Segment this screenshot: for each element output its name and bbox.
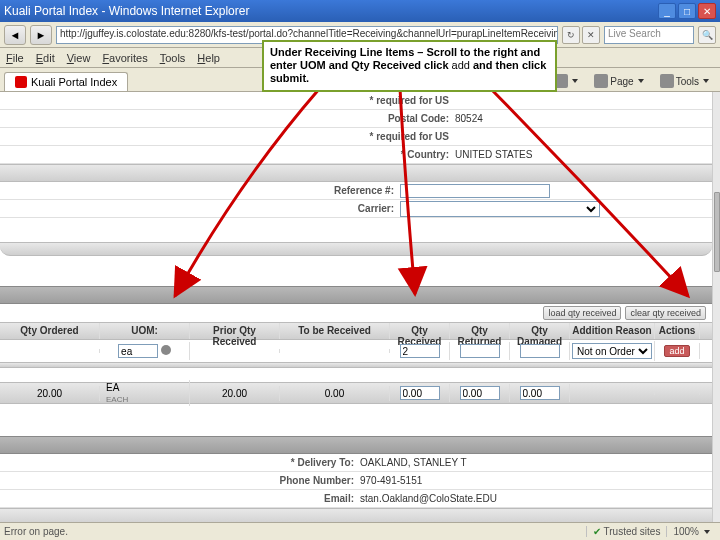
cell-qty-ordered: 20.00 bbox=[0, 386, 100, 401]
vertical-scrollbar[interactable] bbox=[712, 92, 720, 522]
zoom-label: 100% bbox=[673, 526, 699, 537]
tools-menu[interactable]: Tools bbox=[655, 71, 714, 91]
col-qty-received: Qty Received bbox=[390, 323, 450, 339]
add-button[interactable]: add bbox=[664, 345, 689, 357]
qty-returned-input-2[interactable] bbox=[460, 386, 500, 400]
favicon-icon bbox=[15, 76, 27, 88]
close-button[interactable]: ✕ bbox=[698, 3, 716, 19]
page-label: Page bbox=[610, 76, 633, 87]
chevron-down-icon bbox=[704, 530, 710, 534]
value-country: UNITED STATES bbox=[455, 149, 532, 160]
chevron-down-icon bbox=[638, 79, 644, 83]
label-delivery-to: * Delivery To: bbox=[0, 457, 360, 468]
form-content: * required for US Postal Code:80524 * re… bbox=[0, 92, 712, 522]
refresh-button[interactable]: ↻ bbox=[562, 26, 580, 44]
col-uom: UOM: bbox=[100, 323, 190, 339]
chevron-down-icon bbox=[703, 79, 709, 83]
col-qty-damaged: Qty Damaged bbox=[510, 323, 570, 339]
qty-damaged-input[interactable] bbox=[520, 344, 560, 358]
value-postal-code: 80524 bbox=[455, 113, 483, 124]
page-menu[interactable]: Page bbox=[589, 71, 648, 91]
menu-tools[interactable]: Tools bbox=[160, 52, 186, 64]
status-text: Error on page. bbox=[4, 526, 68, 537]
uom-input[interactable] bbox=[118, 344, 158, 358]
status-trusted-sites[interactable]: ✔Trusted sites bbox=[586, 526, 667, 537]
qty-received-input[interactable] bbox=[400, 344, 440, 358]
tools-icon bbox=[660, 74, 674, 88]
col-qty-ordered: Qty Ordered bbox=[0, 323, 100, 339]
qty-returned-input[interactable] bbox=[460, 344, 500, 358]
value-phone: 970-491-5151 bbox=[360, 475, 422, 486]
label-required-us-1: * required for US bbox=[0, 95, 455, 106]
minimize-button[interactable]: _ bbox=[658, 3, 676, 19]
reference-input[interactable] bbox=[400, 184, 550, 198]
search-go-button[interactable]: 🔍 bbox=[698, 26, 716, 44]
menu-edit[interactable]: Edit bbox=[36, 52, 55, 64]
col-prior-qty: Prior Qty Received bbox=[190, 323, 280, 339]
status-zoom[interactable]: 100% bbox=[666, 526, 716, 537]
qty-damaged-input-2[interactable] bbox=[520, 386, 560, 400]
page-icon bbox=[594, 74, 608, 88]
col-addition-reason: Addition Reason bbox=[570, 323, 655, 339]
menu-help[interactable]: Help bbox=[197, 52, 220, 64]
scroll-thumb[interactable] bbox=[714, 192, 720, 272]
col-to-be-received: To be Received bbox=[280, 323, 390, 339]
window-title: Kuali Portal Index - Windows Internet Ex… bbox=[4, 4, 658, 18]
label-country: * Country: bbox=[0, 149, 455, 160]
callout-text-b: add bbox=[452, 59, 470, 71]
value-email: stan.Oakland@ColoState.EDU bbox=[360, 493, 497, 504]
chevron-down-icon bbox=[572, 79, 578, 83]
back-button[interactable]: ◄ bbox=[4, 25, 26, 45]
label-email: Email: bbox=[0, 493, 360, 504]
value-delivery-to: OAKLAND, STANLEY T bbox=[360, 457, 467, 468]
tab-kuali-portal[interactable]: Kuali Portal Index bbox=[4, 72, 128, 91]
qty-received-input-2[interactable] bbox=[400, 386, 440, 400]
cell-to-be-received: 0.00 bbox=[280, 386, 390, 401]
menu-view[interactable]: View bbox=[67, 52, 91, 64]
forward-button[interactable]: ► bbox=[30, 25, 52, 45]
lookup-icon[interactable] bbox=[161, 345, 171, 355]
stop-button[interactable]: ✕ bbox=[582, 26, 600, 44]
label-reference: Reference #: bbox=[0, 185, 400, 196]
clear-qty-button[interactable]: clear qty received bbox=[625, 306, 706, 320]
carrier-select[interactable] bbox=[400, 201, 600, 217]
cell-prior-qty: 20.00 bbox=[190, 386, 280, 401]
menu-favorites[interactable]: Favorites bbox=[102, 52, 147, 64]
load-qty-button[interactable]: load qty received bbox=[543, 306, 621, 320]
label-carrier: Carrier: bbox=[0, 203, 400, 214]
instruction-callout: Under Receiving Line Items – Scroll to t… bbox=[262, 40, 557, 92]
cell-uom: EA bbox=[106, 382, 119, 393]
label-phone: Phone Number: bbox=[0, 475, 360, 486]
col-actions: Actions bbox=[655, 323, 700, 339]
search-input[interactable]: Live Search bbox=[604, 26, 694, 44]
col-qty-returned: Qty Returned bbox=[450, 323, 510, 339]
trusted-label: Trusted sites bbox=[604, 526, 661, 537]
maximize-button[interactable]: □ bbox=[678, 3, 696, 19]
tools-label: Tools bbox=[676, 76, 699, 87]
cell-uom-desc: EACH bbox=[106, 395, 128, 404]
addition-reason-select[interactable]: Not on Order bbox=[572, 343, 652, 359]
menu-file[interactable]: File bbox=[6, 52, 24, 64]
tab-label: Kuali Portal Index bbox=[31, 76, 117, 88]
label-required-us-2: * required for US bbox=[0, 131, 455, 142]
label-postal-code: Postal Code: bbox=[0, 113, 455, 124]
